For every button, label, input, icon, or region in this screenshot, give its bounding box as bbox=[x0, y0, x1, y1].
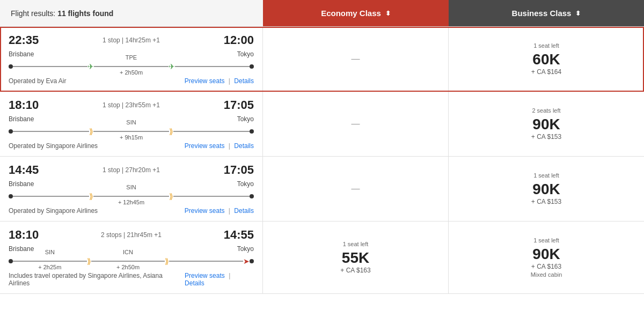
flight-footer: Operated by Singapore Airlines Preview s… bbox=[9, 142, 254, 150]
arr-city: Tokyo bbox=[237, 50, 254, 58]
business-class-label: Business Class bbox=[512, 9, 572, 18]
plane-icon-3: ➤ bbox=[243, 257, 250, 265]
dep-dot bbox=[9, 64, 13, 69]
route-visual: SIN + 2h25m ⟫ ICN + 2h50m ⟫ ➤ bbox=[9, 254, 254, 269]
business-seats: 1 seat left bbox=[533, 42, 559, 49]
dep-time: 18:10 bbox=[9, 98, 39, 112]
business-sort-icon: ⬍ bbox=[575, 10, 581, 17]
flight-footer: Includes travel operated by Singapore Ai… bbox=[9, 272, 254, 287]
flight-times: 22:35 1 stop | 14hr25m +1 12:00 bbox=[9, 33, 254, 47]
flight-footer: Operated by Singapore Airlines Preview s… bbox=[9, 207, 254, 215]
arr-time: 14:55 bbox=[224, 228, 254, 242]
flight-times: 18:10 1 stop | 23hr55m +1 17:05 bbox=[9, 98, 254, 112]
arr-dot bbox=[250, 259, 254, 263]
seg1 bbox=[13, 196, 89, 197]
link-divider: | bbox=[229, 142, 232, 150]
link-divider: | bbox=[229, 207, 232, 215]
flight-links[interactable]: Preview seats | Details bbox=[185, 142, 254, 150]
mixed-cabin-label: Mixed cabin bbox=[531, 271, 562, 278]
dep-city: Brisbane bbox=[9, 50, 34, 58]
economy-unavailable: — bbox=[352, 54, 360, 64]
flight-info: 22:35 1 stop | 14hr25m +1 12:00 Brisbane… bbox=[0, 27, 263, 91]
seg3 bbox=[175, 66, 250, 67]
seg2: TPE + 2h50m bbox=[94, 66, 169, 67]
business-price-sub: + CA $153 bbox=[531, 133, 561, 141]
dep-city: Brisbane bbox=[9, 245, 34, 253]
dep-city: Brisbane bbox=[9, 180, 34, 188]
business-cell[interactable]: 1 seat left 90K + CA $153 bbox=[449, 157, 644, 221]
seg3 bbox=[173, 131, 250, 132]
flight-footer: Operated by Eva Air Preview seats | Deta… bbox=[9, 77, 254, 85]
dep-city: Brisbane bbox=[9, 115, 34, 123]
stop-info: 1 stop | 23hr55m +1 bbox=[103, 101, 160, 109]
business-class-header[interactable]: Business Class ⬍ bbox=[449, 0, 644, 26]
stop-info: 1 stop | 14hr25m +1 bbox=[103, 36, 160, 44]
economy-cell: — bbox=[263, 92, 449, 156]
route-visual: ⟫ SIN + 9h15m ⟫ bbox=[9, 124, 254, 139]
flight-times: 14:45 1 stop | 27hr20m +1 17:05 bbox=[9, 163, 254, 177]
arr-city: Tokyo bbox=[237, 115, 254, 123]
arr-time: 12:00 bbox=[224, 33, 254, 47]
flight-info: 18:10 1 stop | 23hr55m +1 17:05 Brisbane… bbox=[0, 92, 263, 156]
business-seats: 1 seat left bbox=[533, 237, 559, 244]
plane-icon-2: ⟫ bbox=[165, 257, 169, 265]
business-price: 90K bbox=[532, 116, 560, 133]
business-price-sub: + CA $163 bbox=[531, 263, 561, 270]
operated-by: Operated by Eva Air bbox=[9, 77, 66, 85]
details-link[interactable]: Details bbox=[234, 142, 254, 150]
details-link[interactable]: Details bbox=[185, 279, 204, 287]
economy-unavailable: — bbox=[352, 119, 360, 129]
dep-dot bbox=[9, 194, 13, 198]
arr-city: Tokyo bbox=[237, 180, 254, 188]
economy-cell: — bbox=[263, 157, 449, 221]
plane-icon-1: ⟫ bbox=[89, 127, 93, 136]
plane-icon-1: ⟫ bbox=[89, 192, 93, 201]
seg2: SIN + 12h45m bbox=[93, 196, 170, 197]
arr-city: Tokyo bbox=[237, 245, 254, 253]
route-visual: ✈ TPE + 2h50m ✈ bbox=[9, 59, 254, 74]
seg1: SIN + 2h25m bbox=[13, 261, 87, 262]
seg2: ICN + 2h50m bbox=[91, 261, 165, 262]
economy-cell[interactable]: 1 seat left 55K + CA $163 bbox=[263, 222, 449, 293]
economy-class-header[interactable]: Economy Class ⬍ bbox=[263, 0, 449, 26]
results-count: 11 flights found bbox=[57, 9, 113, 18]
preview-seats-link[interactable]: Preview seats bbox=[185, 272, 225, 279]
details-link[interactable]: Details bbox=[234, 207, 254, 215]
economy-sort-icon: ⬍ bbox=[385, 10, 391, 17]
dep-time: 22:35 bbox=[9, 33, 39, 47]
link-divider: | bbox=[229, 77, 232, 85]
seg1 bbox=[13, 131, 89, 132]
operated-by: Operated by Singapore Airlines bbox=[9, 207, 98, 215]
dep-time: 14:45 bbox=[9, 163, 39, 177]
operated-by: Includes travel operated by Singapore Ai… bbox=[9, 272, 185, 287]
business-seats: 2 seats left bbox=[532, 107, 560, 114]
arr-dot bbox=[250, 129, 254, 134]
dep-dot bbox=[9, 129, 13, 134]
seg1 bbox=[13, 66, 87, 67]
stop-info: 2 stops | 21hr45m +1 bbox=[101, 231, 162, 239]
flight-info: 18:10 2 stops | 21hr45m +1 14:55 Brisban… bbox=[0, 222, 263, 293]
flight-row: 18:10 2 stops | 21hr45m +1 14:55 Brisban… bbox=[0, 222, 644, 294]
stop-info: 1 stop | 27hr20m +1 bbox=[103, 166, 160, 174]
business-cell[interactable]: 2 seats left 90K + CA $153 bbox=[449, 92, 644, 156]
business-price: 60K bbox=[532, 51, 560, 68]
preview-seats-link[interactable]: Preview seats bbox=[185, 77, 225, 85]
preview-seats-link[interactable]: Preview seats bbox=[185, 207, 225, 215]
arr-dot bbox=[250, 64, 254, 69]
flight-links[interactable]: Preview seats | Details bbox=[185, 77, 254, 85]
plane-icon-1: ⟫ bbox=[87, 257, 91, 265]
results-summary: Flight results: 11 flights found bbox=[0, 0, 263, 26]
business-cell[interactable]: 1 seat left 90K + CA $163 Mixed cabin bbox=[449, 222, 644, 293]
details-link[interactable]: Details bbox=[234, 77, 254, 85]
dep-dot bbox=[9, 259, 13, 263]
results-header: Flight results: 11 flights found Economy… bbox=[0, 0, 644, 27]
flight-row: 22:35 1 stop | 14hr25m +1 12:00 Brisbane… bbox=[0, 27, 644, 92]
flight-links[interactable]: Preview seats | Details bbox=[185, 272, 254, 287]
dep-time: 18:10 bbox=[9, 228, 39, 242]
economy-seats: 1 seat left bbox=[343, 241, 369, 247]
preview-seats-link[interactable]: Preview seats bbox=[185, 142, 225, 150]
business-cell[interactable]: 1 seat left 60K + CA $164 bbox=[449, 27, 644, 91]
flight-row: 14:45 1 stop | 27hr20m +1 17:05 Brisbane… bbox=[0, 157, 644, 222]
flight-links[interactable]: Preview seats | Details bbox=[185, 207, 254, 215]
operated-by: Operated by Singapore Airlines bbox=[9, 142, 98, 150]
